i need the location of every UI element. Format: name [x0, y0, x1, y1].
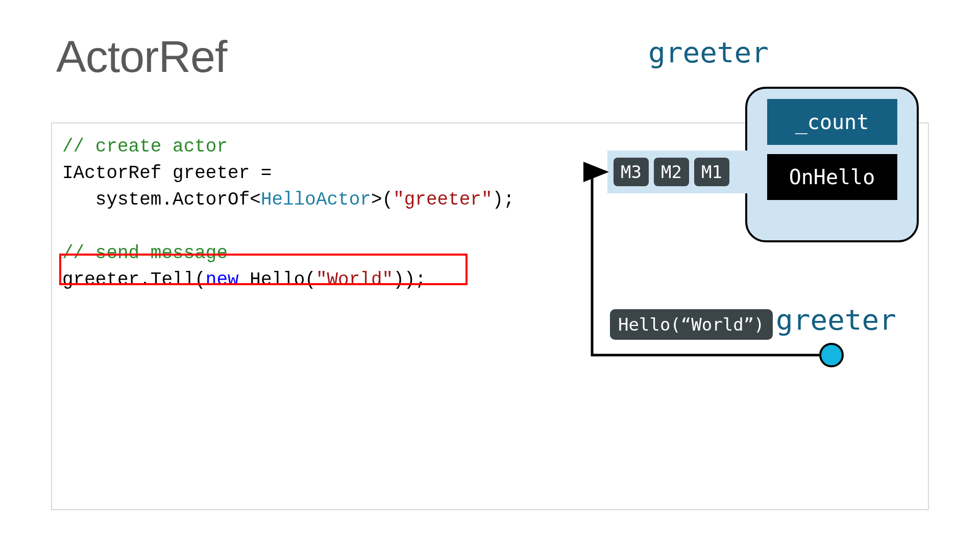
- page-title: ActorRef: [56, 31, 227, 83]
- code-line2: IActorRef greeter =: [62, 163, 272, 184]
- actor-field-count: _count: [767, 99, 897, 145]
- queue-msg-m2: M2: [654, 158, 689, 186]
- message-queue: M3 M2 M1: [607, 151, 756, 193]
- code-string-world: "World": [316, 269, 393, 290]
- actor-label-top: greeter: [648, 36, 769, 69]
- actor-field-onhello: OnHello: [767, 154, 897, 200]
- actorref-dot-icon: [819, 343, 844, 367]
- code-line5c: ));: [393, 269, 426, 290]
- code-comment-send: // send message: [62, 243, 228, 264]
- code-string-greeter: "greeter": [393, 189, 492, 210]
- code-comment-create: // create actor: [62, 136, 228, 157]
- queue-msg-m3: M3: [614, 158, 649, 186]
- code-line3b: >(: [371, 189, 393, 210]
- actorref-label: greeter: [776, 303, 896, 336]
- code-line5b: Hello(: [239, 269, 316, 290]
- hello-message-pill: Hello(“World”): [610, 309, 773, 340]
- code-line3a: system.ActorOf<: [62, 189, 261, 210]
- code-line5a: greeter.Tell(: [62, 269, 206, 290]
- code-type-helloactor: HelloActor: [261, 189, 371, 210]
- code-line3c: );: [493, 189, 514, 210]
- queue-msg-m1: M1: [694, 158, 729, 186]
- actor-box: _count OnHello: [745, 87, 919, 242]
- code-keyword-new: new: [206, 269, 239, 290]
